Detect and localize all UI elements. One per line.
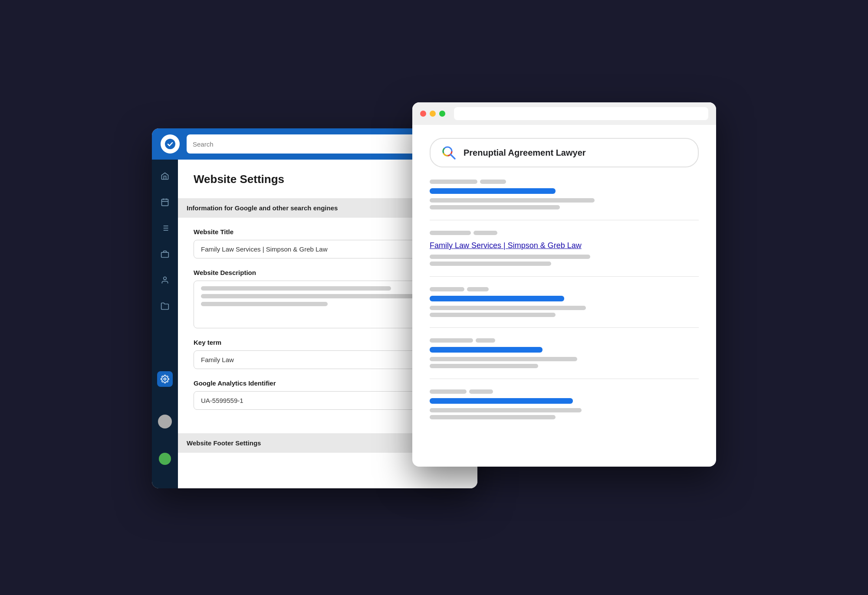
app-logo: [161, 134, 180, 154]
browser-minimize-dot[interactable]: [430, 111, 436, 117]
search-result-4: [430, 338, 699, 368]
svg-point-14: [164, 277, 167, 280]
search-results: Family Law Services | Simpson & Greb Law: [430, 180, 699, 419]
sidebar-item-calendar[interactable]: [157, 194, 173, 210]
browser-window: Prenuptial Agreement Lawyer: [412, 102, 716, 467]
google-search-icon: [441, 145, 457, 160]
browser-content: Prenuptial Agreement Lawyer: [412, 125, 716, 467]
sidebar-item-briefcase[interactable]: [157, 246, 173, 262]
sidebar-item-home[interactable]: [157, 168, 173, 184]
svg-line-20: [450, 154, 455, 159]
search-result-1: [430, 180, 699, 209]
search-result-featured: Family Law Services | Simpson & Greb Law: [430, 231, 699, 266]
sidebar-item-list[interactable]: [157, 220, 173, 236]
svg-point-15: [164, 378, 166, 380]
browser-addressbar[interactable]: [454, 107, 708, 120]
google-search-bar: Prenuptial Agreement Lawyer: [430, 138, 699, 167]
svg-rect-3: [162, 199, 168, 206]
browser-topbar: [412, 102, 716, 125]
browser-close-dot[interactable]: [420, 111, 426, 117]
status-dot: [159, 453, 171, 465]
featured-result-link[interactable]: Family Law Services | Simpson & Greb Law: [430, 241, 699, 250]
sidebar-item-settings[interactable]: [157, 371, 173, 387]
svg-rect-13: [161, 252, 169, 258]
user-avatar: [158, 415, 172, 428]
search-query: Prenuptial Agreement Lawyer: [464, 148, 586, 158]
sidebar-item-folder[interactable]: [157, 298, 173, 314]
browser-maximize-dot[interactable]: [439, 111, 445, 117]
sidebar-item-user[interactable]: [157, 272, 173, 288]
search-result-5: [430, 389, 699, 419]
search-result-3: [430, 287, 699, 317]
svg-point-0: [165, 139, 175, 149]
cms-sidebar: [152, 160, 178, 488]
